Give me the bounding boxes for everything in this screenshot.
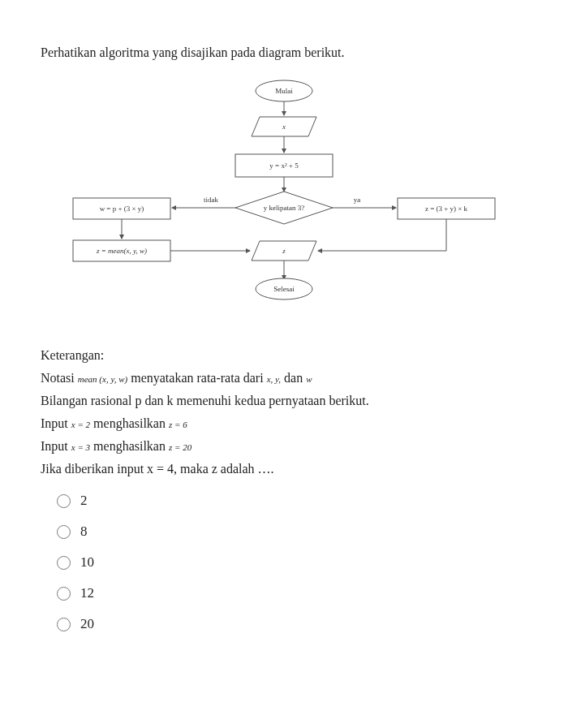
flow-mean-label: z = mean(x, y, w) <box>96 247 147 255</box>
notes-line4: Input x = 3 menghasilkan z = 20 <box>41 439 527 454</box>
option-2[interactable]: 10 <box>57 554 527 571</box>
notes-heading: Keterangan: <box>41 348 527 363</box>
t: Input <box>41 416 71 430</box>
t: menghasilkan <box>90 416 169 430</box>
radio-icon <box>57 556 71 570</box>
t: x = 3 <box>71 442 90 452</box>
radio-icon <box>57 494 71 508</box>
t: Input <box>41 439 71 453</box>
option-label: 12 <box>80 585 94 601</box>
t: menghasilkan <box>90 439 169 453</box>
option-label: 8 <box>80 523 88 540</box>
notes-block: Keterangan: Notasi mean (x, y, w) menyat… <box>41 348 527 476</box>
flow-process1-label: y = x² + 5 <box>269 162 299 170</box>
flowchart-diagram: Mulai x y = x² + 5 y kelipatan 3? ya z =… <box>57 76 511 328</box>
flow-yes-label: ya <box>354 196 361 204</box>
t: dan <box>281 371 306 385</box>
option-3[interactable]: 12 <box>57 585 527 601</box>
flow-end-label: Selesai <box>273 285 295 293</box>
flow-input-label: x <box>282 123 286 131</box>
option-1[interactable]: 8 <box>57 523 527 540</box>
t: Notasi <box>41 371 78 385</box>
radio-icon <box>57 618 71 631</box>
radio-icon <box>57 587 71 601</box>
flow-start-label: Mulai <box>275 87 293 95</box>
notes-line5: Jika diberikan input x = 4, maka z adala… <box>41 462 527 476</box>
t: x = 2 <box>71 420 90 429</box>
flow-output-label: z <box>282 247 286 255</box>
option-4[interactable]: 20 <box>57 616 527 632</box>
question-text: Perhatikan algoritma yang disajikan pada… <box>41 45 527 60</box>
notes-line2: Bilangan rasional p dan k memenuhi kedua… <box>41 394 527 408</box>
flow-decision-label: y kelipatan 3? <box>264 204 304 212</box>
option-label: 2 <box>80 493 88 509</box>
t: z = 6 <box>169 420 187 429</box>
radio-icon <box>57 525 71 539</box>
option-0[interactable]: 2 <box>57 493 527 509</box>
flow-yes-branch-label: z = (3 + y) × k <box>425 205 468 213</box>
flow-no-label: tidak <box>204 196 218 204</box>
t: w <box>306 374 312 384</box>
t: mean (x, y, w) <box>78 374 127 384</box>
notes-line1: Notasi mean (x, y, w) menyatakan rata-ra… <box>41 371 527 386</box>
t: menyatakan rata-rata dari <box>127 371 266 385</box>
t: x, y, <box>267 374 281 384</box>
flow-no-branch-label: w = p + (3 × y) <box>100 205 144 213</box>
notes-line3: Input x = 2 menghasilkan z = 6 <box>41 416 527 431</box>
answer-options: 2 8 10 12 20 <box>57 493 527 632</box>
option-label: 10 <box>80 554 94 571</box>
option-label: 20 <box>80 616 94 632</box>
t: z = 20 <box>169 442 191 452</box>
